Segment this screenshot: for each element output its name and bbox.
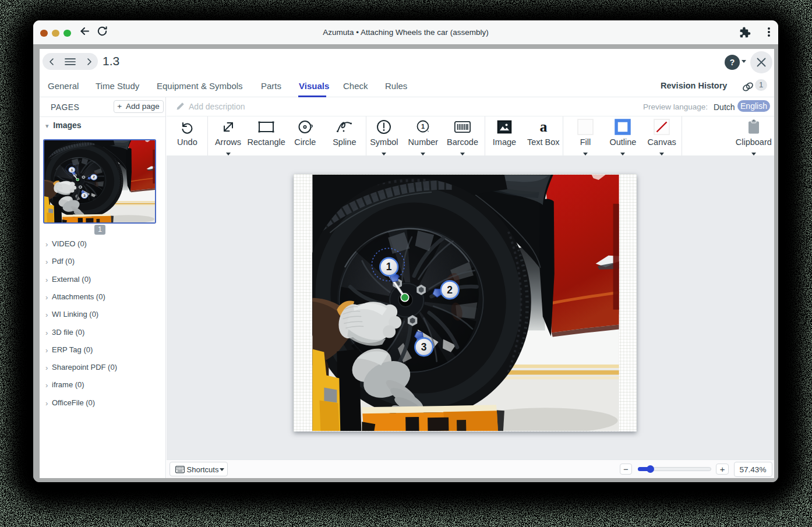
svg-text:a: a <box>539 119 547 135</box>
svg-text:1: 1 <box>421 123 425 130</box>
